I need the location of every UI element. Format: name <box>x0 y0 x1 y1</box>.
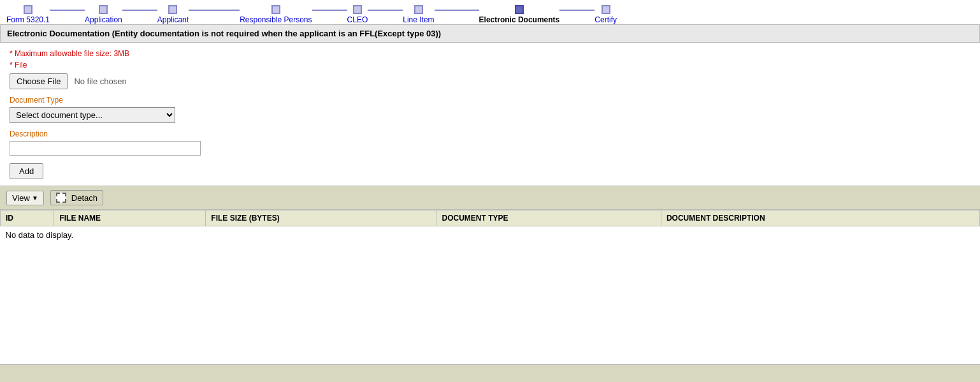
main-content: Electronic Documentation (Entity documen… <box>0 24 980 244</box>
step-responsible-persons[interactable]: Responsible Persons <box>240 5 312 24</box>
doc-type-label: Document Type <box>10 96 970 105</box>
connector-2 <box>122 10 157 11</box>
dropdown-arrow-icon: ▼ <box>32 195 38 202</box>
detach-button[interactable]: Detach <box>50 190 103 205</box>
col-document-description: DOCUMENT DESCRIPTION <box>661 210 979 226</box>
step-certify[interactable]: Certify <box>594 5 617 24</box>
view-button[interactable]: View ▼ <box>6 191 44 205</box>
step-box-certify <box>602 5 610 14</box>
step-box-application <box>99 5 108 14</box>
connector-6 <box>435 10 479 11</box>
footer-bar <box>0 364 980 382</box>
step-box-responsible-persons <box>271 5 280 14</box>
file-row: Choose File No file chosen <box>10 73 970 89</box>
no-file-text: No file chosen <box>74 77 126 86</box>
wizard-nav: Form 5320.1 Application Applicant Respon… <box>0 0 980 24</box>
data-table: ID FILE NAME FILE SIZE (BYTES) DOCUMENT … <box>0 210 980 244</box>
step-box-applicant <box>168 5 177 14</box>
description-input[interactable] <box>10 141 201 156</box>
step-box-electronic-documents <box>515 5 524 14</box>
desc-label: Description <box>10 129 970 138</box>
section-header: Electronic Documentation (Entity documen… <box>0 24 980 43</box>
form-area: * Maximum allowable file size: 3MB * Fil… <box>0 43 980 186</box>
detach-icon <box>56 193 66 203</box>
col-document-type: DOCUMENT TYPE <box>436 210 661 226</box>
step-form5320[interactable]: Form 5320.1 <box>6 5 50 24</box>
wizard-steps: Form 5320.1 Application Applicant Respon… <box>6 5 617 24</box>
step-electronic-documents[interactable]: Electronic Documents <box>479 5 560 24</box>
section-header-text: Electronic Documentation (Entity documen… <box>7 29 441 38</box>
step-label-responsible-persons[interactable]: Responsible Persons <box>240 15 312 24</box>
col-file-name: FILE NAME <box>54 210 206 226</box>
no-data-row: No data to display. <box>1 226 980 244</box>
table-header-row: ID FILE NAME FILE SIZE (BYTES) DOCUMENT … <box>1 210 980 226</box>
document-type-select[interactable]: Select document type... Certificate of C… <box>10 107 175 123</box>
step-label-application[interactable]: Application <box>85 15 122 24</box>
step-box-cleo <box>353 5 362 14</box>
step-label-electronic-documents[interactable]: Electronic Documents <box>479 15 560 24</box>
step-box-line-item <box>414 5 423 14</box>
connector-7 <box>559 10 594 11</box>
detach-button-label: Detach <box>71 193 97 203</box>
step-label-line-item[interactable]: Line Item <box>403 15 434 24</box>
col-file-size: FILE SIZE (BYTES) <box>206 210 436 226</box>
connector-4 <box>312 10 347 11</box>
step-line-item[interactable]: Line Item <box>403 5 434 24</box>
step-label-certify[interactable]: Certify <box>594 15 617 24</box>
add-button[interactable]: Add <box>10 163 43 179</box>
choose-file-button[interactable]: Choose File <box>10 73 68 89</box>
step-label-cleo[interactable]: CLEO <box>347 15 368 24</box>
table-toolbar: View ▼ Detach <box>0 186 980 210</box>
col-id: ID <box>1 210 54 226</box>
file-size-note: * Maximum allowable file size: 3MB <box>10 49 970 58</box>
table-body: No data to display. <box>1 226 980 244</box>
no-data-text: No data to display. <box>1 226 980 244</box>
step-cleo[interactable]: CLEO <box>347 5 368 24</box>
step-applicant[interactable]: Applicant <box>157 5 189 24</box>
step-box-form5320 <box>24 5 32 14</box>
connector-3 <box>189 10 240 11</box>
step-label-applicant[interactable]: Applicant <box>157 15 189 24</box>
step-application[interactable]: Application <box>85 5 122 24</box>
connector-1 <box>50 10 85 11</box>
view-button-label: View <box>12 193 30 203</box>
table-container: ID FILE NAME FILE SIZE (BYTES) DOCUMENT … <box>0 210 980 244</box>
file-label: * File <box>10 61 970 70</box>
step-label-form5320[interactable]: Form 5320.1 <box>6 15 50 24</box>
connector-5 <box>368 10 403 11</box>
